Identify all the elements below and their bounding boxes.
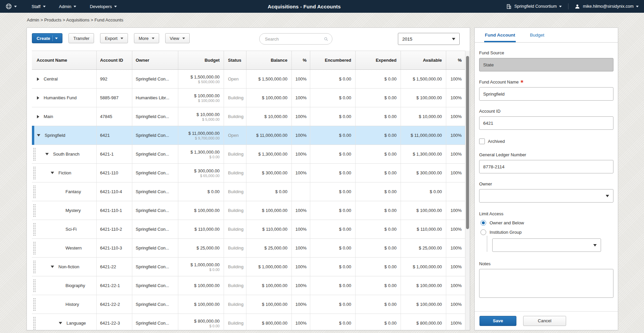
indent-spacer [32, 191, 59, 192]
archived-row[interactable]: Archived [479, 138, 613, 144]
export-button[interactable]: Export [100, 33, 128, 43]
collapse-row-icon[interactable] [37, 134, 40, 136]
col-available-percent[interactable]: % [446, 51, 466, 69]
search-input[interactable] [265, 37, 324, 42]
fund-row[interactable]: Language6421-22-3Springfield Con...$ 800… [32, 314, 466, 330]
notes-textarea[interactable] [479, 269, 613, 298]
col-account-id[interactable]: Account ID [97, 51, 132, 69]
cell-balance-percent: 100% [292, 126, 310, 145]
fund-row[interactable]: South Branch6421-1Springfield Con...$ 1,… [32, 145, 466, 164]
budget-amount: $ 11,000,000.00 [188, 130, 220, 136]
budget-amount: $ 100,000.00 [194, 93, 220, 99]
cell-status: Building [224, 258, 246, 276]
locale-menu[interactable] [5, 3, 17, 10]
collapse-row-icon[interactable] [59, 322, 62, 324]
cell-balance: $ 1,000,000.00 [246, 258, 292, 276]
expand-row-icon[interactable] [37, 115, 39, 118]
cell-available: $ 100,000.00 [401, 295, 446, 314]
view-button[interactable]: View [165, 33, 190, 43]
budget-amount: $ 110,000.00 [194, 226, 220, 232]
fund-row[interactable]: Mystery6421-110-1Springfield Con...$ 100… [32, 201, 466, 220]
collapse-row-icon[interactable] [45, 153, 49, 155]
drag-handle-icon[interactable] [33, 317, 36, 330]
cell-balance: $ 0.00 [246, 182, 292, 201]
col-encumbered[interactable]: Encumbered [310, 51, 356, 69]
limit-access-option-owner[interactable]: Owner and Below [480, 220, 613, 226]
radio-owner-and-below[interactable] [480, 220, 486, 226]
fund-account-name-input[interactable] [479, 87, 613, 101]
fund-row[interactable]: Western6421-110-3Springfield Con...$ 25,… [32, 239, 466, 258]
col-status[interactable]: Status [224, 51, 246, 69]
expand-row-icon[interactable] [37, 77, 39, 81]
account-id-input[interactable] [479, 116, 613, 130]
owner-select[interactable] [479, 189, 613, 203]
col-balance-percent[interactable]: % [292, 51, 310, 69]
cancel-button[interactable]: Cancel [523, 316, 566, 326]
indent-spacer [32, 210, 59, 211]
col-available[interactable]: Available [401, 51, 446, 69]
col-budget[interactable]: Budget [178, 51, 224, 69]
tab-budget[interactable]: Budget [529, 28, 545, 42]
archived-checkbox[interactable] [479, 138, 485, 144]
fund-row[interactable]: Main47845Springfield Con...$ 10,000.00$ … [32, 107, 466, 126]
fund-row[interactable]: Springfield6421Springfield Con...$ 11,00… [32, 126, 466, 145]
fund-row[interactable]: History6421-22-2Springfield Con...$ 100,… [32, 295, 466, 314]
drag-handle-icon[interactable] [33, 298, 36, 311]
institution-group-select[interactable] [492, 238, 601, 252]
cell-owner: Springfield Con... [132, 220, 178, 238]
table-vertical-scrollbar[interactable] [465, 51, 470, 330]
more-button[interactable]: More [134, 33, 159, 43]
expand-row-icon[interactable] [37, 96, 39, 100]
scrollbar-thumb[interactable] [466, 56, 469, 229]
radio-institution-group[interactable] [480, 229, 486, 235]
fund-row[interactable]: Humanities Fund5885-987Humanities Libr..… [32, 89, 466, 107]
drag-handle-icon[interactable] [33, 148, 36, 161]
cell-status: Building [224, 314, 246, 330]
fiscal-year-select[interactable]: 2015 [398, 33, 460, 45]
fund-row[interactable]: Biography6421-22-1Springfield Con...$ 10… [32, 276, 466, 295]
create-button[interactable]: Create [32, 33, 62, 43]
nav-developers[interactable]: Developers [90, 4, 117, 9]
chevron-down-icon [43, 6, 46, 7]
drag-handle-icon[interactable] [33, 260, 36, 274]
cell-account-id: 6421-110-2 [97, 220, 132, 238]
cell-available-percent: 100% [446, 314, 466, 330]
institution-switcher[interactable]: Springfield Consortium [514, 4, 562, 9]
nav-staff[interactable]: Staff [32, 4, 46, 9]
fund-row[interactable]: Fantasy6421-110-4Springfield Con...$ 0.0… [32, 182, 466, 201]
cell-balance: $ 11,000,000.00 [246, 126, 292, 145]
drag-handle-icon[interactable] [33, 223, 36, 236]
drag-handle-icon[interactable] [33, 241, 36, 255]
col-expended[interactable]: Expended [356, 51, 401, 69]
indent-spacer [32, 98, 37, 98]
cell-status: Building [224, 182, 246, 201]
collapse-row-icon[interactable] [51, 266, 54, 268]
general-ledger-input[interactable] [479, 160, 613, 173]
tab-fund-account[interactable]: Fund Account [484, 28, 516, 42]
drag-handle-icon[interactable] [33, 279, 36, 292]
drag-handle-icon[interactable] [33, 185, 36, 199]
cell-owner: Springfield Con... [132, 126, 178, 145]
user-menu[interactable]: mike.hilmo@sirsidynix.com [583, 4, 639, 9]
fund-row[interactable]: Central992Springfield Con...$ 1,500,000.… [32, 70, 466, 89]
breadcrumb[interactable]: Admin > Products > Acquisitions > Fund A… [0, 13, 644, 27]
nav-admin[interactable]: Admin [59, 4, 77, 9]
general-ledger-group: General Ledger Number [479, 152, 613, 173]
limit-access-option-institution[interactable]: Institution Group [480, 229, 613, 235]
account-name-text: Sci-Fi [65, 227, 77, 232]
fund-row[interactable]: Fiction6421-110Springfield Con...$ 300,0… [32, 164, 466, 182]
cell-owner: Springfield Con... [132, 201, 178, 220]
save-button[interactable]: Save [479, 316, 516, 326]
fund-row[interactable]: Sci-Fi6421-110-2Springfield Con...$ 110,… [32, 220, 466, 239]
transfer-button[interactable]: Transfer [68, 33, 94, 43]
fund-row[interactable]: Non-fiction6421-22Springfield Con...$ 1,… [32, 258, 466, 276]
indent-spacer [32, 323, 59, 323]
collapse-row-icon[interactable] [51, 172, 54, 174]
col-balance[interactable]: Balance [246, 51, 292, 69]
drag-handle-icon[interactable] [33, 166, 36, 180]
col-owner[interactable]: Owner [132, 51, 178, 69]
col-account-name[interactable]: Account Name [32, 51, 97, 69]
cell-available: $ 25,000.00 [401, 239, 446, 257]
drag-handle-icon[interactable] [33, 204, 36, 217]
cell-account-name: Main [32, 107, 97, 126]
